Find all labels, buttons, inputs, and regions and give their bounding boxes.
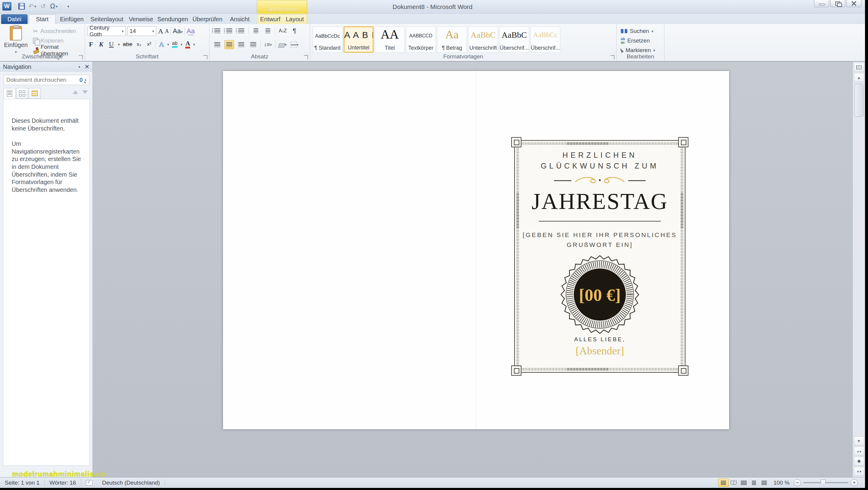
style-titel[interactable]: AA Titel: [375, 26, 405, 53]
italic-button[interactable]: K: [98, 40, 105, 48]
draft-view-button[interactable]: [759, 479, 769, 487]
scrollbar-thumb[interactable]: [855, 84, 864, 117]
zoom-slider-handle[interactable]: [821, 480, 826, 486]
ruler-toggle-button[interactable]: [854, 63, 864, 72]
search-icon[interactable]: [80, 78, 83, 82]
restore-button[interactable]: [830, 0, 845, 7]
sender-placeholder[interactable]: [Absender]: [515, 344, 685, 357]
browse-results-tab[interactable]: [29, 88, 41, 99]
decrease-indent-button[interactable]: [251, 26, 261, 35]
style-textkoerper[interactable]: AABBCCD Textkörper: [406, 26, 436, 53]
fullscreen-reading-view-button[interactable]: [728, 479, 739, 487]
web-layout-view-button[interactable]: [739, 479, 749, 487]
search-input[interactable]: [6, 76, 80, 83]
chevron-down-icon[interactable]: ▾: [118, 42, 120, 47]
style-ueberschrift1[interactable]: AaBbC Überschrif...: [499, 26, 529, 53]
superscript-button[interactable]: x²: [146, 41, 153, 47]
multilevel-list-button[interactable]: [237, 26, 246, 35]
zoom-out-button[interactable]: −: [794, 479, 801, 486]
clear-formatting-button[interactable]: A͟a: [187, 27, 195, 35]
highlight-button[interactable]: ab: [172, 41, 178, 48]
navigation-close-button[interactable]: ✕: [84, 63, 90, 70]
tab-start[interactable]: Start: [29, 14, 56, 24]
find-button[interactable]: Suchen▾: [619, 26, 657, 36]
text-effects-button[interactable]: A: [159, 40, 164, 49]
font-name-combo[interactable]: Century Goth▾: [87, 26, 126, 36]
justify-button[interactable]: [248, 40, 258, 49]
show-paragraph-marks-button[interactable]: ¶: [290, 26, 299, 35]
tab-entwurf[interactable]: Entwurf: [258, 14, 283, 24]
change-case-button[interactable]: Aa▾: [173, 27, 183, 35]
line-spacing-button[interactable]: ↕≡▾: [263, 40, 273, 49]
align-right-button[interactable]: [237, 40, 246, 49]
style-standard[interactable]: AaBbCcDc ¶ Standard: [312, 26, 342, 53]
page-indicator[interactable]: Seite: 1 von 1: [0, 478, 44, 488]
minimize-button[interactable]: [814, 0, 829, 7]
numbered-list-button[interactable]: [224, 26, 234, 35]
chevron-down-icon[interactable]: ▾: [193, 42, 195, 47]
shading-button[interactable]: ▾: [278, 40, 287, 49]
greeting-placeholder[interactable]: [GEBEN SIE HIER IHR PERSONLICHES GRUßWOR…: [515, 230, 685, 250]
zoom-slider[interactable]: [803, 482, 848, 483]
increase-indent-button[interactable]: [263, 26, 273, 35]
amount-placeholder[interactable]: [00 €]: [579, 285, 621, 305]
document-area[interactable]: HERZLICHEN GLÜCKWUNSCH ZUM JAHRESTAG: [93, 62, 852, 477]
subscript-button[interactable]: x₂: [135, 41, 143, 47]
next-heading-button[interactable]: [82, 90, 88, 94]
vertical-scrollbar[interactable]: ▲ ▼ ▲▲ ▼▼: [852, 62, 865, 477]
browse-pages-tab[interactable]: [16, 88, 28, 99]
borders-button[interactable]: ▾: [290, 40, 299, 49]
dialog-launcher-icon[interactable]: [79, 55, 83, 59]
tab-einfuegen[interactable]: Einfügen: [57, 14, 87, 24]
certificate[interactable]: HERZLICHEN GLÜCKWUNSCH ZUM JAHRESTAG: [514, 140, 685, 373]
chevron-down-icon[interactable]: ▾: [181, 42, 183, 47]
previous-page-button[interactable]: ▲▲: [854, 447, 864, 456]
select-browse-object-button[interactable]: [854, 457, 864, 466]
font-color-button[interactable]: A: [185, 40, 190, 49]
tab-layout[interactable]: Layout: [283, 14, 307, 24]
strikethrough-button[interactable]: abe: [123, 41, 133, 48]
language-indicator[interactable]: Deutsch (Deutschland): [97, 478, 165, 488]
font-size-combo[interactable]: 14▾: [127, 26, 156, 36]
bullet-list-button[interactable]: [213, 26, 222, 35]
scroll-down-button[interactable]: ▼: [854, 436, 864, 446]
shrink-font-button[interactable]: A: [165, 28, 169, 34]
tab-datei[interactable]: Datei: [1, 14, 28, 24]
print-layout-view-button[interactable]: [718, 479, 728, 487]
chevron-down-icon[interactable]: ▾: [79, 65, 81, 69]
dialog-launcher-icon[interactable]: [203, 55, 208, 59]
zoom-level[interactable]: 100 %: [769, 480, 794, 486]
sort-button[interactable]: A↓Z: [278, 26, 287, 35]
cut-button[interactable]: ✂Ausschneiden: [31, 26, 85, 36]
dialog-launcher-icon[interactable]: [610, 55, 615, 59]
word-count[interactable]: Wörter: 16: [44, 478, 81, 488]
tab-sendungen[interactable]: Sendungen: [156, 14, 189, 24]
style-betrag[interactable]: Aa ¶ Betrag: [437, 26, 467, 53]
chevron-down-icon[interactable]: ▾: [167, 42, 169, 47]
align-left-button[interactable]: [213, 40, 222, 49]
navigation-search-box[interactable]: ▾: [4, 75, 89, 85]
scroll-up-button[interactable]: ▲: [854, 73, 864, 82]
tab-seitenlayout[interactable]: Seitenlayout: [88, 14, 126, 24]
style-untertitel[interactable]: A A B I Untertitel: [344, 26, 374, 53]
paste-button[interactable]: Einfügen ▾: [3, 26, 29, 55]
proofing-status[interactable]: [81, 478, 97, 488]
bold-button[interactable]: F: [87, 40, 95, 48]
align-center-button[interactable]: [224, 40, 234, 49]
dialog-launcher-icon[interactable]: [304, 55, 308, 59]
tab-verweise[interactable]: Verweise: [127, 14, 155, 24]
outline-view-button[interactable]: [749, 479, 759, 487]
replace-button[interactable]: abacErsetzen: [619, 36, 657, 45]
browse-headings-tab[interactable]: [4, 88, 16, 99]
zoom-in-button[interactable]: +: [850, 479, 858, 486]
underline-button[interactable]: U: [108, 40, 115, 48]
document-page[interactable]: HERZLICHEN GLÜCKWUNSCH ZUM JAHRESTAG: [223, 71, 729, 429]
tab-ansicht[interactable]: Ansicht: [226, 14, 254, 24]
close-button[interactable]: [846, 0, 861, 7]
grow-font-button[interactable]: A: [158, 27, 163, 35]
previous-heading-button[interactable]: [73, 90, 78, 94]
style-unterschrift[interactable]: AaBbC Unterschrift: [468, 26, 498, 53]
tab-ueberpruefen[interactable]: Überprüfen: [190, 14, 224, 24]
style-ueberschrift2[interactable]: AaBbCc Überschrif...: [530, 26, 560, 53]
next-page-button[interactable]: ▼▼: [854, 467, 864, 476]
